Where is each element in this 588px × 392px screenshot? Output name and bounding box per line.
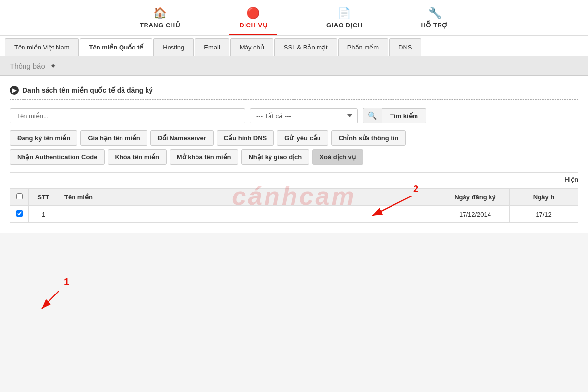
th-ngay-dang-ky: Ngày đăng ký (441, 189, 510, 206)
btn-doi-nameserver[interactable]: Đổi Nameserver (150, 130, 214, 146)
btn-khoa-ten-mien[interactable]: Khóa tên miền (108, 149, 167, 165)
select-all-checkbox[interactable] (16, 193, 23, 199)
dich-vu-icon: 🔴 (246, 7, 260, 20)
home-icon: 🏠 (153, 7, 167, 20)
thongbao-bar: Thông báo ✦ (0, 56, 588, 76)
tab-ten-mien-qt[interactable]: Tên miền Quốc tế (80, 38, 153, 56)
nav-label-dich-vu: DỊCH VỤ (239, 22, 268, 29)
nav-label-trang-chu: TRANG CHỦ (140, 22, 180, 29)
section-title: ▶ Danh sách tên miền quốc tế đã đăng ký (10, 86, 578, 95)
btn-cau-hinh-dns[interactable]: Cấu hình DNS (217, 130, 274, 146)
tab-hosting[interactable]: Hosting (153, 38, 194, 56)
btn-xoa-dich-vu[interactable]: Xoá dịch vụ (312, 149, 363, 165)
main-content: ▶ Danh sách tên miền quốc tế đã đăng ký … (0, 76, 588, 233)
tab-email[interactable]: Email (195, 38, 229, 56)
search-input[interactable] (10, 108, 245, 123)
btn-gia-han[interactable]: Gia hạn tên miền (80, 130, 147, 146)
th-checkbox[interactable] (10, 189, 29, 206)
nav-item-dich-vu[interactable]: 🔴 DỊCH VỤ (229, 4, 277, 35)
tab-ten-mien-vn[interactable]: Tên miền Việt Nam (5, 38, 79, 56)
ho-tro-icon: 🔧 (428, 7, 442, 20)
giao-dich-icon: 📄 (338, 7, 351, 20)
search-row: --- Tất cả --- 🔍 Tìm kiếm (10, 108, 578, 123)
hien-label: Hiện (10, 173, 578, 186)
svg-text:1: 1 (64, 276, 69, 287)
table-row: 1 17/12/2014 17/12 (10, 206, 578, 223)
btn-nhat-ky[interactable]: Nhật ký giao dịch (241, 149, 309, 165)
tab-phan-mem[interactable]: Phần mềm (338, 38, 388, 56)
nav-label-ho-tro: HỖ TRỢ (421, 22, 448, 29)
action-row-2: Nhận Authentication Code Khóa tên miền M… (10, 149, 578, 165)
td-ngay-dang-ky-1: 17/12/2014 (441, 206, 510, 223)
sub-nav: Tên miền Việt Nam Tên miền Quốc tế Hosti… (0, 36, 588, 56)
td-checkbox-1[interactable] (10, 206, 29, 223)
td-ngay-h-1: 17/12 (510, 206, 578, 223)
td-stt-1: 1 (29, 206, 58, 223)
nav-label-giao-dich: GIAO DỊCH (326, 22, 363, 29)
table-wrapper: Hiện STT Tên miền Ngày đăng ký Ngày h (10, 172, 578, 223)
domain-table: STT Tên miền Ngày đăng ký Ngày h 1 17/12… (10, 188, 578, 223)
nav-item-trang-chu[interactable]: 🏠 TRANG CHỦ (130, 4, 190, 35)
tab-ssl-bao-mat[interactable]: SSL & Bảo mật (274, 38, 337, 56)
svg-line-3 (42, 291, 59, 309)
section-arrow-icon: ▶ (10, 86, 19, 95)
nav-item-giao-dich[interactable]: 📄 GIAO DỊCH (317, 4, 372, 35)
btn-dang-ky[interactable]: Đăng ký tên miền (10, 130, 77, 146)
td-ten-mien-1 (58, 206, 441, 223)
btn-mo-khoa[interactable]: Mở khóa tên miền (170, 149, 239, 165)
tab-dns[interactable]: DNS (389, 38, 421, 56)
table-header-row: STT Tên miền Ngày đăng ký Ngày h (10, 189, 578, 206)
nav-item-ho-tro[interactable]: 🔧 HỖ TRỢ (412, 4, 458, 35)
btn-gui-yeu-cau[interactable]: Gửi yêu cầu (277, 130, 328, 146)
th-ten-mien: Tên miền (58, 189, 441, 206)
section-divider (10, 99, 578, 100)
search-icon-button[interactable]: 🔍 (363, 108, 382, 123)
section-title-text: Danh sách tên miền quốc tế đã đăng ký (23, 86, 153, 94)
thongbao-settings-icon[interactable]: ✦ (50, 61, 56, 71)
action-row-1: Đăng ký tên miền Gia hạn tên miền Đổi Na… (10, 130, 578, 146)
btn-chinh-sua[interactable]: Chỉnh sửa thông tin (331, 130, 406, 146)
search-button-group: 🔍 Tìm kiếm (363, 108, 426, 123)
row-checkbox-1[interactable] (16, 210, 23, 217)
search-label-button[interactable]: Tìm kiếm (382, 108, 426, 123)
tab-may-chu[interactable]: Máy chủ (230, 38, 273, 56)
th-stt: STT (29, 189, 58, 206)
btn-nhan-auth-code[interactable]: Nhận Authentication Code (10, 149, 105, 165)
thongbao-label: Thông báo (10, 62, 45, 70)
top-nav: 🏠 TRANG CHỦ 🔴 DỊCH VỤ 📄 GIAO DỊCH 🔧 HỖ T… (0, 0, 588, 36)
th-ngay-h: Ngày h (510, 189, 578, 206)
filter-dropdown[interactable]: --- Tất cả --- (250, 108, 358, 123)
